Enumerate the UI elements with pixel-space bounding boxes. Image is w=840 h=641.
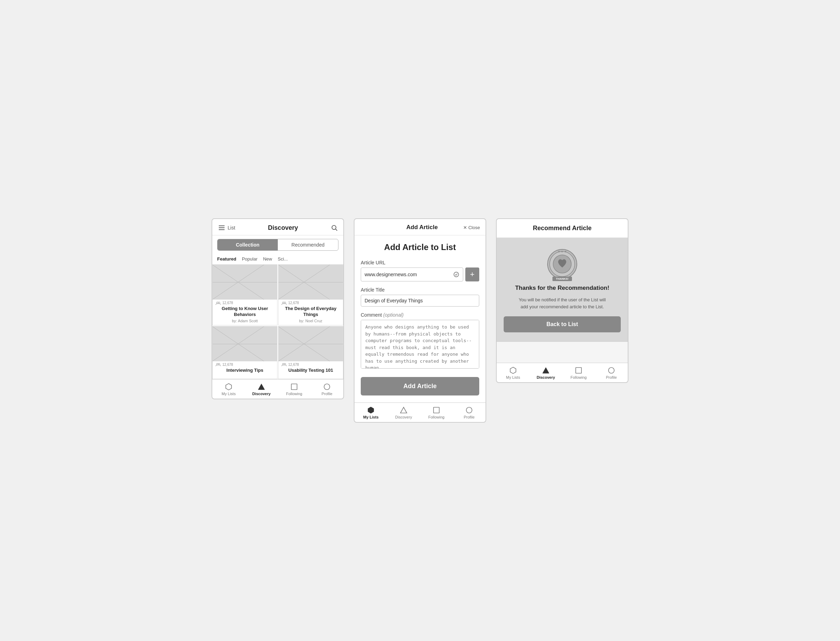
card-bottom-3: 12,678 Interviewing Tips xyxy=(213,361,277,379)
triangle-icon-1 xyxy=(258,383,265,391)
triangle-icon-3 xyxy=(542,367,550,374)
article-card-1[interactable]: 12,678 Getting to Know User Behaviors by… xyxy=(212,264,278,325)
users-icon-3 xyxy=(215,363,221,366)
list-icon xyxy=(218,224,225,232)
nav-profile-2[interactable]: Profile xyxy=(453,406,485,419)
card-meta-2: 12,678 xyxy=(281,301,340,305)
nav-following-3[interactable]: Following xyxy=(562,367,595,379)
screen2-header: Add Article ✕ Close xyxy=(355,219,485,235)
filter-new[interactable]: New xyxy=(263,256,272,262)
filter-featured[interactable]: Featured xyxy=(217,256,236,262)
card-image-2 xyxy=(278,265,343,300)
nav-my-lists-label-3: My Lists xyxy=(506,375,520,379)
comment-textarea[interactable] xyxy=(361,320,479,369)
check-icon xyxy=(453,271,459,278)
card-count-2: 12,678 xyxy=(288,301,299,305)
svg-point-7 xyxy=(282,302,284,303)
svg-point-12 xyxy=(284,363,286,365)
square-icon-1 xyxy=(290,383,298,391)
card-title-2: The Design of Everyday Things xyxy=(281,306,340,318)
svg-marker-13 xyxy=(226,383,232,390)
circle-icon-1 xyxy=(323,383,331,391)
card-title-3: Interviewing Tips xyxy=(215,367,274,374)
svg-marker-26 xyxy=(510,367,516,374)
filter-popular[interactable]: Popular xyxy=(242,256,258,262)
svg-rect-20 xyxy=(434,407,440,413)
nav-following-1[interactable]: Following xyxy=(278,383,310,396)
card-count-4: 12,678 xyxy=(288,363,299,367)
svg-point-10 xyxy=(218,363,220,365)
card-title-1: Getting to Know User Behaviors xyxy=(215,306,274,318)
nav-discovery-label-1: Discovery xyxy=(252,391,271,396)
list-button[interactable]: List xyxy=(218,224,235,232)
card-title-4: Usability Testing 101 xyxy=(281,367,340,374)
triangle-outline-icon xyxy=(400,406,408,414)
article-title-input[interactable] xyxy=(361,295,479,306)
search-icon[interactable] xyxy=(331,224,338,231)
thanks-title: Thanks for the Recommendation! xyxy=(515,285,609,292)
card-meta-1: 12,678 xyxy=(215,301,274,305)
badge-label: THANKS! xyxy=(556,277,569,280)
article-card-3[interactable]: 12,678 Interviewing Tips xyxy=(212,326,278,379)
nav-my-lists-label-1: My Lists xyxy=(222,391,236,396)
card-meta-3: 12,678 xyxy=(215,363,274,367)
back-to-list-button[interactable]: Back to List xyxy=(504,316,621,332)
url-input-wrap xyxy=(361,267,463,282)
svg-point-8 xyxy=(284,302,286,303)
screen2-main-title: Add Article to List xyxy=(361,242,479,252)
filter-science[interactable]: Sci... xyxy=(278,256,288,262)
svg-point-11 xyxy=(282,363,284,365)
article-card-2[interactable]: 12,678 The Design of Everyday Things by:… xyxy=(278,264,343,325)
card-bottom-1: 12,678 Getting to Know User Behaviors by… xyxy=(213,300,277,325)
nav-profile-label-1: Profile xyxy=(321,391,332,396)
nav-following-label-1: Following xyxy=(286,391,302,396)
nav-discovery-label-3: Discovery xyxy=(537,375,555,379)
nav-discovery-1[interactable]: Discovery xyxy=(245,383,278,396)
close-button[interactable]: ✕ Close xyxy=(463,225,480,230)
article-card-4[interactable]: 12,678 Usability Testing 101 xyxy=(278,326,343,379)
comment-field-label: Comment (optional) xyxy=(361,312,479,318)
users-icon-4 xyxy=(281,363,287,366)
svg-point-16 xyxy=(324,384,330,390)
screen3-footer-area xyxy=(497,342,628,363)
card-author-2: by: Noel Cruz xyxy=(281,319,340,323)
nav-my-lists-2[interactable]: My Lists xyxy=(355,406,387,419)
screens-container: List Discovery Collection Recommended Fe… xyxy=(212,218,628,423)
nav-following-2[interactable]: Following xyxy=(420,406,453,419)
tab-recommended[interactable]: Recommended xyxy=(278,239,338,250)
svg-line-4 xyxy=(336,229,337,231)
plus-button[interactable]: + xyxy=(465,267,479,282)
svg-marker-19 xyxy=(400,407,407,413)
articles-grid: 12,678 Getting to Know User Behaviors by… xyxy=(212,264,343,379)
card-bottom-2: 12,678 The Design of Everyday Things by:… xyxy=(278,300,343,325)
nav-my-lists-1[interactable]: My Lists xyxy=(212,383,245,396)
screen1-tabs: Collection Recommended xyxy=(217,239,339,251)
card-count-3: 12,678 xyxy=(222,363,233,367)
card-bottom-4: 12,678 Usability Testing 101 xyxy=(278,361,343,379)
square-icon-3 xyxy=(575,367,582,374)
nav-profile-1[interactable]: Profile xyxy=(310,383,343,396)
nav-discovery-2[interactable]: Discovery xyxy=(387,406,420,419)
card-image-4 xyxy=(278,327,343,361)
hexagon-icon-1 xyxy=(225,383,233,391)
nav-my-lists-3[interactable]: My Lists xyxy=(497,367,530,379)
card-count-1: 12,678 xyxy=(222,301,233,305)
title-field-label: Article Title xyxy=(361,287,479,293)
svg-rect-28 xyxy=(576,367,582,374)
svg-marker-14 xyxy=(258,384,265,390)
svg-point-29 xyxy=(609,367,615,374)
screen1-header: List Discovery xyxy=(212,219,343,235)
users-icon-1 xyxy=(215,301,221,305)
circle-icon-3 xyxy=(607,367,615,374)
tab-collection[interactable]: Collection xyxy=(217,239,278,250)
close-label: Close xyxy=(469,225,480,230)
nav-discovery-3[interactable]: Discovery xyxy=(530,367,562,379)
screen2-title: Add Article xyxy=(406,224,438,231)
users-icon-2 xyxy=(281,301,287,305)
url-input[interactable] xyxy=(365,269,453,280)
nav-discovery-label-2: Discovery xyxy=(395,415,412,419)
add-article-button[interactable]: Add Article xyxy=(361,377,479,396)
nav-profile-3[interactable]: Profile xyxy=(595,367,628,379)
screen1-bottom-nav: My Lists Discovery Following Profile xyxy=(212,379,343,399)
screen3-frame: Recommend Article xyxy=(496,218,628,383)
